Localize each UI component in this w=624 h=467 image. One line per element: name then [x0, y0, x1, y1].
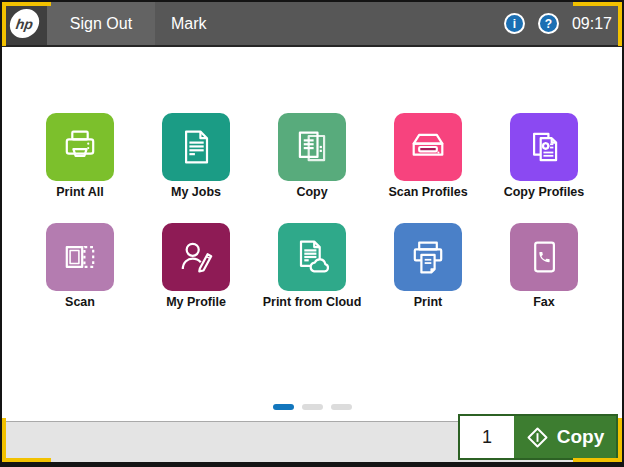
top-bar: hp Sign Out Mark i ? 09:17 — [2, 2, 622, 47]
copy-start-button[interactable]: Copy — [514, 416, 616, 458]
tile-label: Copy Profiles — [504, 185, 585, 199]
fax-phone-icon — [510, 223, 578, 291]
tile-label: Print from Cloud — [263, 295, 362, 309]
user-name: Mark — [171, 15, 207, 33]
tile-scan-profiles[interactable]: Scan Profiles — [370, 113, 486, 199]
signed-in-user: Mark — [155, 2, 504, 45]
tile-row-1: Print All My Jobs — [2, 113, 622, 199]
start-diamond-icon — [526, 426, 549, 449]
copy-button-label: Copy — [557, 426, 605, 448]
tile-label: Copy — [296, 185, 327, 199]
tile-my-jobs[interactable]: My Jobs — [138, 113, 254, 199]
help-icon[interactable]: ? — [538, 13, 559, 34]
hp-logo-icon: hp — [8, 9, 41, 38]
tile-fax[interactable]: Fax — [486, 223, 602, 309]
tile-label: Print — [414, 295, 442, 309]
copies-count-field[interactable]: 1 — [460, 416, 514, 458]
tile-label: Scan Profiles — [388, 185, 467, 199]
tile-label: My Profile — [166, 295, 226, 309]
printer-sheet-icon — [394, 223, 462, 291]
printer-touchscreen: hp Sign Out Mark i ? 09:17 — [0, 0, 624, 467]
tile-label: Print All — [56, 185, 103, 199]
sign-out-button[interactable]: Sign Out — [47, 2, 155, 45]
scan-area-icon — [46, 223, 114, 291]
tile-copy[interactable]: Copy — [254, 113, 370, 199]
tile-row-2: Scan My Profile — [2, 223, 622, 309]
tile-label: Scan — [65, 295, 95, 309]
copy-pages-icon — [278, 113, 346, 181]
scanner-icon — [394, 113, 462, 181]
tile-print[interactable]: Print — [370, 223, 486, 309]
tile-scan[interactable]: Scan — [22, 223, 138, 309]
header-right-cluster: i ? 09:17 — [504, 2, 622, 45]
home-button[interactable]: hp — [2, 2, 47, 45]
person-edit-icon — [162, 223, 230, 291]
tile-my-profile[interactable]: My Profile — [138, 223, 254, 309]
cloud-print-icon — [278, 223, 346, 291]
tile-label: My Jobs — [171, 185, 221, 199]
printer-icon — [46, 113, 114, 181]
document-icon — [162, 113, 230, 181]
quick-copy-widget: 1 Copy — [458, 414, 618, 460]
info-icon[interactable]: i — [504, 13, 525, 34]
page-dot-2[interactable] — [302, 404, 323, 410]
copy-settings-icon — [510, 113, 578, 181]
page-dot-3[interactable] — [331, 404, 352, 410]
tile-copy-profiles[interactable]: Copy Profiles — [486, 113, 602, 199]
tile-print-from-cloud[interactable]: Print from Cloud — [254, 223, 370, 309]
sign-out-label: Sign Out — [70, 15, 132, 33]
page-indicator — [2, 404, 622, 410]
tile-label: Fax — [533, 295, 555, 309]
page-dot-1[interactable] — [273, 404, 294, 410]
home-screen-grid: Print All My Jobs — [2, 47, 622, 416]
tile-print-all[interactable]: Print All — [22, 113, 138, 199]
clock: 09:17 — [572, 15, 612, 33]
